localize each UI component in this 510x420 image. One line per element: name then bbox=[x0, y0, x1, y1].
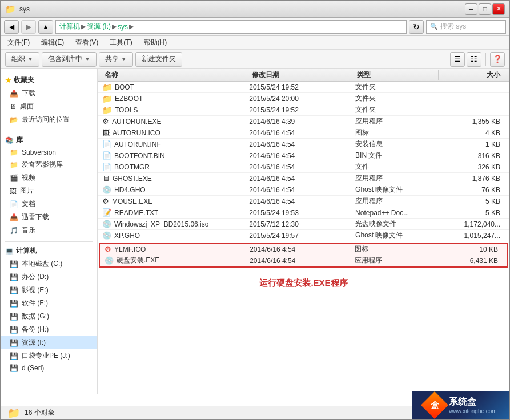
back-button[interactable]: ◀ bbox=[4, 20, 19, 34]
sidebar-item-video[interactable]: 🎬 视频 bbox=[1, 171, 97, 184]
sidebar-item-subversion[interactable]: 📁 Subversion bbox=[1, 147, 97, 158]
sidebar-item-music[interactable]: 🎵 音乐 bbox=[1, 224, 97, 237]
star-icon: ★ bbox=[5, 76, 11, 84]
file-row-ylmf-ico[interactable]: ⚙ YLMF.ICO 2014/6/16 4:54 图标 10 KB bbox=[100, 244, 507, 255]
organize-button[interactable]: 组织 ▼ bbox=[5, 52, 39, 67]
exe-icon-mouse: ⚙ bbox=[102, 197, 109, 205]
sidebar-item-drive-d[interactable]: 💾 办公 (D:) bbox=[1, 270, 97, 284]
sidebar-item-pictures[interactable]: 🖼 图片 bbox=[1, 184, 97, 197]
computer-header[interactable]: 💻 计算机 bbox=[1, 244, 97, 257]
inf-icon-autorun: 📄 bbox=[102, 140, 111, 148]
menu-file[interactable]: 文件(F) bbox=[5, 37, 32, 49]
new-folder-button[interactable]: 新建文件夹 bbox=[135, 52, 182, 67]
forward-button[interactable]: ▶ bbox=[21, 20, 36, 34]
title-bar-left: 📁 sys bbox=[5, 4, 30, 14]
file-row-autorun-exe[interactable]: ⚙ AUTORUN.EXE 2014/6/16 4:39 应用程序 1,355 … bbox=[98, 116, 509, 127]
minimize-button[interactable]: ─ bbox=[465, 3, 477, 15]
music-label: 音乐 bbox=[22, 225, 35, 235]
file-row-readme[interactable]: 📝 README.TXT 2015/5/24 19:53 Notepad++ D… bbox=[98, 207, 509, 219]
file-type-boot: 文件夹 bbox=[351, 82, 437, 92]
sidebar-item-drive-h[interactable]: 💾 备份 (H:) bbox=[1, 323, 97, 336]
file-row-tools[interactable]: 📁 TOOLS 2015/5/24 19:52 文件夹 bbox=[98, 104, 509, 116]
file-size-autorun-ico: 4 KB bbox=[437, 129, 505, 137]
sidebar-item-drive-e[interactable]: 💾 影视 (E:) bbox=[1, 284, 97, 297]
logo-text-area: 系统盒 www.xitonghe.com bbox=[449, 396, 496, 414]
prompt-text: 运行硬盘安装.EXE程序 bbox=[98, 272, 509, 294]
menu-edit[interactable]: 编辑(E) bbox=[39, 37, 66, 49]
file-row-ezboot[interactable]: 📁 EZBOOT 2015/5/24 20:00 文件夹 bbox=[98, 93, 509, 104]
file-date-ghost-exe: 2014/6/16 4:54 bbox=[244, 175, 351, 183]
refresh-button[interactable]: ↻ bbox=[409, 20, 424, 34]
favorites-header[interactable]: ★ 收藏夹 bbox=[1, 74, 97, 87]
sidebar-item-iqiyi[interactable]: 📁 爱奇艺影视库 bbox=[1, 158, 97, 171]
file-row-bootmgr[interactable]: 📄 BOOTMGR 2014/6/16 4:54 文件 326 KB bbox=[98, 161, 509, 173]
view-list-button[interactable]: ☷ bbox=[467, 52, 481, 67]
subversion-label: Subversion bbox=[22, 148, 56, 156]
file-name-autorun-ico: 🖼 AUTORUN.ICO bbox=[102, 128, 244, 137]
file-row-bootfont[interactable]: 📄 BOOTFONT.BIN 2014/6/16 4:54 BIN 文件 316… bbox=[98, 150, 509, 161]
share-label: 共享 bbox=[105, 54, 119, 64]
col-header-name[interactable]: 名称 bbox=[102, 70, 247, 80]
iqiyi-icon: 📁 bbox=[10, 161, 18, 169]
search-box[interactable]: 🔍 搜索 sys bbox=[426, 20, 506, 34]
logo-area: 盒 系统盒 www.xitonghe.com bbox=[412, 391, 509, 419]
file-type-ghost-exe: 应用程序 bbox=[351, 173, 437, 183]
new-folder-label: 新建文件夹 bbox=[142, 54, 176, 64]
sidebar-item-documents[interactable]: 📄 文档 bbox=[1, 197, 97, 211]
downloads-icon: 📥 bbox=[10, 90, 18, 98]
video-label: 视频 bbox=[22, 173, 35, 183]
file-row-install-exe[interactable]: 💿 硬盘安装.EXE 2014/6/16 4:54 应用程序 6,431 KB bbox=[100, 255, 507, 266]
file-row-mouse-exe[interactable]: ⚙ MOUSE.EXE 2014/6/16 4:54 应用程序 5 KB bbox=[98, 196, 509, 207]
file-date-tools: 2015/5/24 19:52 bbox=[244, 106, 351, 114]
maximize-button[interactable]: □ bbox=[479, 3, 491, 15]
computer-label: 计算机 bbox=[16, 246, 37, 256]
exe-icon-autorun: ⚙ bbox=[102, 117, 109, 126]
status-bar: 📁 16 个对象 盒 系统盒 www.xitonghe.com bbox=[1, 406, 509, 419]
pictures-label: 图片 bbox=[20, 186, 34, 196]
sidebar-item-thunder[interactable]: 📥 迅雷下载 bbox=[1, 211, 97, 224]
menu-view[interactable]: 查看(V) bbox=[73, 37, 101, 49]
col-header-type[interactable]: 类型 bbox=[352, 70, 439, 80]
address-bar: ◀ ▶ ▲ 计算机 ▶ 资源 (I:) ▶ sys ▶ ↻ 🔍 搜索 sys bbox=[1, 18, 509, 36]
file-type-autorun-exe: 应用程序 bbox=[351, 116, 437, 126]
file-row-winxp-iso[interactable]: 💿 Windowszj_XP_BD2015.06.iso 2015/7/12 1… bbox=[98, 219, 509, 230]
sidebar-item-drive-f[interactable]: 💾 软件 (F:) bbox=[1, 297, 97, 310]
address-box[interactable]: 计算机 ▶ 资源 (I:) ▶ sys ▶ bbox=[55, 20, 407, 34]
sidebar-item-recent[interactable]: 📂 最近访问的位置 bbox=[1, 113, 97, 126]
library-header[interactable]: 📚 库 bbox=[1, 134, 97, 147]
ico-icon-autorun: 🖼 bbox=[102, 128, 110, 137]
main-content: ★ 收藏夹 📥 下载 🖥 桌面 📂 最近访问的位置 bbox=[1, 69, 509, 394]
file-row-boot[interactable]: 📁 BOOT 2015/5/24 19:52 文件夹 bbox=[98, 82, 509, 93]
file-type-ezboot: 文件夹 bbox=[351, 94, 437, 103]
col-header-size[interactable]: 大小 bbox=[439, 70, 505, 80]
drive-e-icon: 💾 bbox=[10, 286, 18, 294]
col-header-date[interactable]: 修改日期 bbox=[247, 70, 352, 80]
view-toggle-button[interactable]: ☰ bbox=[450, 52, 465, 67]
menu-tools[interactable]: 工具(T) bbox=[107, 37, 134, 49]
close-button[interactable]: ✕ bbox=[492, 3, 505, 15]
toolbar-right: ☰ ☷ ❓ bbox=[450, 52, 505, 67]
share-button[interactable]: 共享 ▼ bbox=[99, 52, 133, 67]
sidebar-item-drive-c[interactable]: 💾 本地磁盘 (C:) bbox=[1, 257, 97, 270]
status-count: 16 个对象 bbox=[25, 408, 55, 418]
menu-help[interactable]: 帮助(H) bbox=[142, 37, 170, 49]
file-name-ezboot: 📁 EZBOOT bbox=[102, 94, 244, 103]
help-button[interactable]: ❓ bbox=[490, 52, 505, 67]
folder-icon-bottom: 📁 bbox=[7, 407, 20, 419]
sidebar-item-downloads[interactable]: 📥 下载 bbox=[1, 87, 97, 100]
add-to-library-button[interactable]: 包含到库中 ▼ bbox=[42, 52, 97, 67]
sidebar-item-drive-d2[interactable]: 💾 d (Seri) bbox=[1, 362, 97, 374]
file-row-xp-gho[interactable]: 💿 XP.GHO 2015/5/24 19:57 Ghost 映像文件 1,01… bbox=[98, 230, 509, 241]
sidebar-item-drive-j[interactable]: 💾 口袋专业PE (J:) bbox=[1, 349, 97, 362]
drive-d-label: 办公 (D:) bbox=[22, 272, 49, 282]
file-row-ghost-exe[interactable]: 🖥 GHOST.EXE 2014/6/16 4:54 应用程序 1,876 KB bbox=[98, 173, 509, 184]
file-row-autorun-ico[interactable]: 🖼 AUTORUN.ICO 2014/6/16 4:54 图标 4 KB bbox=[98, 127, 509, 139]
sidebar-item-desktop[interactable]: 🖥 桌面 bbox=[1, 100, 97, 113]
up-button[interactable]: ▲ bbox=[38, 20, 53, 34]
sidebar-item-drive-g[interactable]: 💾 数据 (G:) bbox=[1, 310, 97, 323]
sidebar-item-drive-i[interactable]: 💾 资源 (I:) bbox=[1, 336, 97, 349]
file-row-hd4-gho[interactable]: 💿 HD4.GHO 2014/6/16 4:54 Ghost 映像文件 76 K… bbox=[98, 184, 509, 196]
drive-f-label: 软件 (F:) bbox=[22, 298, 48, 308]
file-row-autorun-inf[interactable]: 📄 AUTORUN.INF 2014/6/16 4:54 安装信息 1 KB bbox=[98, 139, 509, 150]
file-name-boot: 📁 BOOT bbox=[102, 83, 244, 92]
